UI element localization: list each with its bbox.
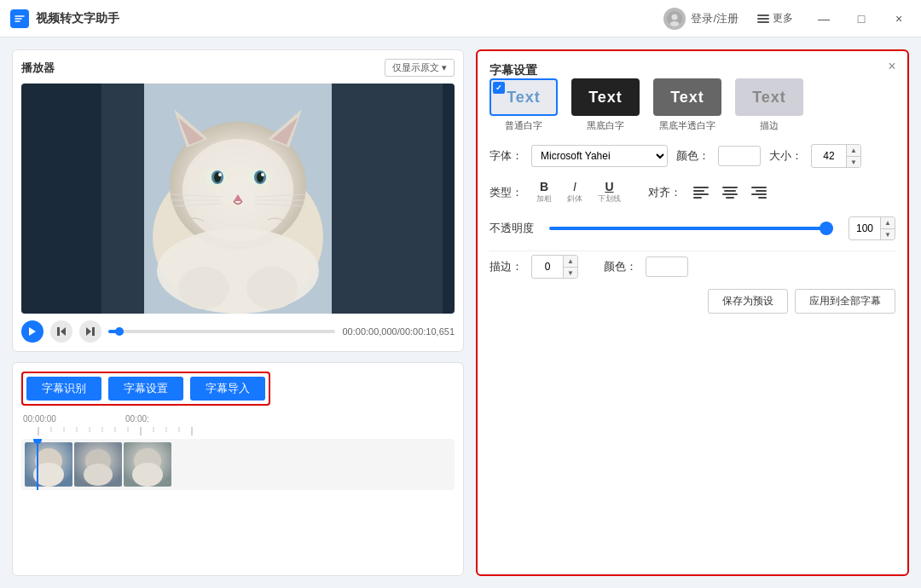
preset-black-white[interactable]: Text 黑底白字 (571, 78, 640, 132)
opacity-down-button[interactable]: ▼ (881, 228, 895, 239)
stroke-row: 描边： ▲ ▼ 颜色： (489, 255, 895, 279)
svg-rect-8 (101, 84, 144, 314)
show-source-button[interactable]: 仅显示原文 ▾ (385, 59, 455, 77)
svg-rect-64 (693, 193, 709, 195)
svg-rect-37 (57, 327, 60, 336)
stepper-buttons: ▲ ▼ (846, 145, 860, 167)
stroke-color-label: 颜色： (604, 259, 637, 274)
font-color-picker[interactable] (718, 146, 761, 166)
subtitle-settings-panel: 字幕设置 × ✓ Text 普通白字 Text 黑底白字 (476, 49, 909, 576)
svg-rect-73 (758, 197, 767, 199)
progress-bar[interactable] (108, 330, 335, 333)
svg-point-24 (261, 173, 264, 176)
svg-marker-35 (29, 327, 36, 336)
apply-all-button[interactable]: 应用到全部字幕 (795, 289, 895, 314)
opacity-up-button[interactable]: ▲ (881, 217, 895, 228)
bold-label: 加粗 (536, 193, 552, 205)
align-label: 对齐： (648, 185, 681, 200)
font-row: 字体： Microsoft Yahei 颜色： 大小： ▲ ▼ (489, 144, 895, 168)
tab-group: 字幕识别 字幕设置 字幕导入 (21, 372, 270, 406)
align-left-button[interactable] (690, 183, 712, 202)
align-right-button[interactable] (748, 183, 770, 202)
video-bg-right (374, 84, 443, 314)
svg-rect-4 (757, 14, 769, 16)
user-section[interactable]: 登录/注册 (663, 8, 739, 30)
preset-label-2: 黑底白字 (587, 119, 624, 132)
tab-settings[interactable]: 字幕设置 (108, 377, 183, 401)
opacity-input[interactable] (849, 221, 880, 236)
svg-rect-65 (693, 197, 702, 199)
user-label[interactable]: 登录/注册 (691, 11, 739, 26)
preset-label-1: 普通白字 (505, 119, 542, 132)
opacity-label: 不透明度 (489, 221, 534, 236)
italic-button[interactable]: I 斜体 (562, 178, 588, 206)
timeline-ticks (21, 427, 405, 435)
size-input[interactable] (812, 148, 846, 164)
svg-point-58 (84, 464, 113, 486)
panel-close-button[interactable]: × (883, 58, 901, 75)
play-button[interactable] (21, 320, 43, 343)
player-section: 播放器 仅显示原文 ▾ (12, 49, 464, 352)
size-down-button[interactable]: ▼ (847, 156, 860, 167)
timeline-track[interactable] (21, 439, 455, 490)
italic-icon: I (573, 180, 576, 193)
maximize-button[interactable]: □ (849, 7, 873, 31)
color-label: 颜色： (676, 148, 710, 164)
panel-title: 字幕设置 (489, 63, 537, 77)
thumb-3 (124, 442, 171, 487)
video-bg-left (33, 84, 101, 314)
svg-rect-70 (751, 187, 767, 188)
progress-dot (115, 327, 124, 336)
stroke-input[interactable] (532, 259, 563, 274)
svg-rect-71 (756, 190, 767, 192)
title-bar-left: 视频转文字助手 (10, 9, 119, 28)
svg-rect-68 (722, 193, 738, 195)
preset-normal-white[interactable]: ✓ Text 普通白字 (489, 78, 558, 132)
timeline-area: 00:00:00 00:00: (21, 414, 455, 490)
stroke-stepper-buttons: ▲ ▼ (563, 256, 577, 278)
preset-text-3: Text (670, 89, 704, 107)
app-title: 视频转文字助手 (36, 11, 119, 26)
video-frame (101, 84, 374, 314)
stroke-color-picker[interactable] (646, 257, 688, 277)
svg-rect-62 (693, 187, 709, 188)
stroke-down-button[interactable]: ▼ (564, 267, 577, 278)
opacity-slider[interactable] (549, 227, 833, 230)
type-label: 类型： (489, 185, 523, 200)
svg-point-33 (178, 267, 229, 309)
preset-text-4: Text (752, 89, 786, 107)
save-preset-button[interactable]: 保存为预设 (708, 289, 788, 314)
size-label: 大小： (769, 148, 802, 164)
bold-button[interactable]: B 加粗 (531, 178, 557, 206)
underline-button[interactable]: U 下划线 (593, 178, 626, 206)
minimize-button[interactable]: — (812, 7, 836, 31)
next-button[interactable] (79, 320, 101, 343)
stroke-up-button[interactable]: ▲ (564, 256, 577, 267)
opacity-stepper[interactable]: ▲ ▼ (849, 216, 895, 240)
opacity-stepper-buttons: ▲ ▼ (880, 217, 895, 239)
type-align-row: 类型： B 加粗 I 斜体 U 下划线 对齐： (489, 178, 895, 206)
size-up-button[interactable]: ▲ (847, 145, 860, 156)
left-panel: 播放器 仅显示原文 ▾ (12, 49, 464, 576)
align-center-button[interactable] (719, 183, 741, 202)
preset-stroke[interactable]: Text 描边 (735, 78, 803, 132)
title-bar: 视频转文字助手 登录/注册 更多 — □ (0, 0, 921, 37)
preset-box-1: ✓ Text (489, 78, 558, 116)
stroke-stepper[interactable]: ▲ ▼ (531, 255, 578, 279)
tab-import[interactable]: 字幕导入 (190, 377, 265, 401)
player-controls: 00:00:00,000/00:00:10,651 (21, 320, 455, 343)
bottom-section: 字幕识别 字幕设置 字幕导入 00:00:00 00:00: (12, 362, 464, 576)
prev-button[interactable] (50, 320, 72, 343)
preset-semi-black[interactable]: Text 黑底半透白字 (653, 78, 721, 132)
app-icon (10, 9, 29, 28)
svg-rect-9 (332, 84, 374, 314)
svg-point-32 (157, 228, 319, 314)
menu-button[interactable]: 更多 (752, 8, 798, 29)
close-button[interactable]: × (887, 7, 911, 31)
size-stepper[interactable]: ▲ ▼ (811, 144, 861, 168)
thumb-1 (25, 442, 72, 487)
tab-recognize[interactable]: 字幕识别 (26, 377, 101, 401)
preset-box-3: Text (653, 78, 721, 116)
font-select[interactable]: Microsoft Yahei (531, 145, 668, 167)
font-label: 字体： (489, 148, 523, 164)
